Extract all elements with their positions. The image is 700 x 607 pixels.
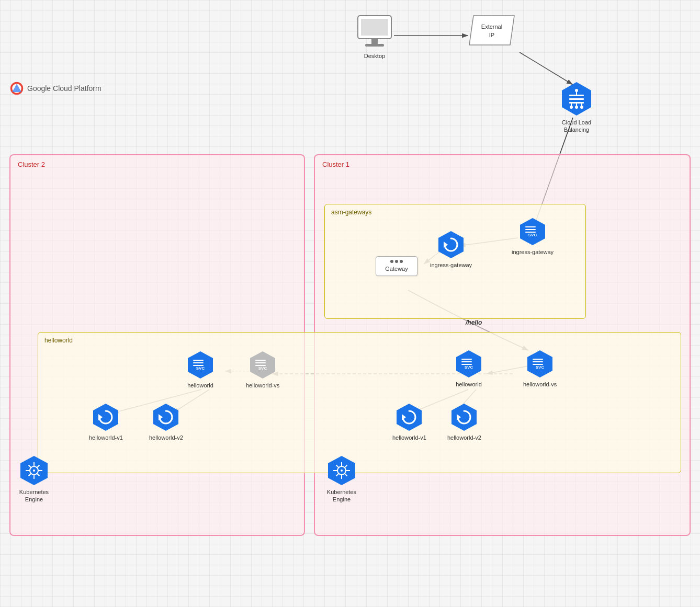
- svg-rect-65: [461, 364, 472, 365]
- desktop-label: Desktop: [364, 52, 385, 60]
- svg-rect-49: [193, 360, 204, 361]
- svg-rect-18: [371, 39, 378, 44]
- svg-rect-17: [361, 19, 388, 36]
- k8s-engine-c2-label: Kubernetes Engine: [16, 488, 52, 503]
- svg-point-72: [33, 469, 35, 472]
- ingress-gw-pod-icon: [436, 230, 466, 259]
- k8s-engine-c1-node: Kubernetes Engine: [323, 455, 360, 503]
- svg-text:SVC: SVC: [528, 233, 537, 237]
- svg-rect-26: [569, 102, 584, 104]
- svg-marker-20: [469, 16, 514, 45]
- svg-rect-64: [461, 361, 472, 362]
- c1-hw-vs-label: helloworld-vs: [523, 381, 557, 388]
- ingress-gw-pod-label: ingress-gateway: [430, 261, 472, 269]
- c1-hw-v1-node: helloworld-v1: [392, 403, 426, 441]
- c1-hw-svc-label: helloworld: [456, 381, 482, 388]
- gcp-logo-text: Google Cloud Platform: [27, 84, 101, 93]
- desktop-icon: [356, 15, 393, 50]
- ns-helloworld-label: helloworld: [44, 337, 73, 344]
- svg-point-34: [580, 106, 583, 109]
- svg-rect-44: [255, 360, 266, 361]
- svg-text:SVC: SVC: [258, 366, 267, 371]
- cloud-lb-node: Cloud Load Balancing: [558, 81, 595, 134]
- svg-rect-24: [569, 95, 584, 96]
- svg-rect-51: [193, 365, 204, 366]
- c1-hw-v1-label: helloworld-v1: [392, 434, 426, 441]
- svg-marker-52: [93, 404, 118, 431]
- cluster1-label: Cluster 1: [322, 161, 349, 168]
- c2-hw-v1-node: helloworld-v1: [89, 403, 123, 441]
- cloud-lb-icon: [559, 81, 594, 117]
- cluster2-label: Cluster 2: [18, 161, 45, 168]
- k8s-engine-c1-icon: [326, 455, 357, 486]
- gateway-dots: [390, 260, 403, 263]
- svg-text:SVC: SVC: [536, 365, 545, 370]
- c2-hw-v2-node: helloworld-v2: [149, 403, 183, 441]
- ingress-gw-svc-icon: SVC: [518, 217, 547, 246]
- c2-helloworld-svc-node: SVC helloworld: [186, 350, 215, 389]
- c1-hw-v2-node: helloworld-v2: [447, 403, 481, 441]
- cloud-lb-label: Cloud Load Balancing: [558, 119, 595, 134]
- c1-hw-vs-icon: SVC: [525, 349, 555, 379]
- desktop-node: Desktop: [356, 15, 393, 60]
- c1-hw-v1-icon: [394, 403, 424, 432]
- ingress-gw-svc-node: SVC ingress-gateway: [512, 217, 554, 256]
- svg-rect-19: [365, 44, 384, 47]
- gateway-box: Gateway: [376, 256, 417, 276]
- svg-text:SVC: SVC: [465, 365, 473, 370]
- svg-point-28: [575, 89, 578, 92]
- svg-rect-46: [255, 365, 266, 366]
- svg-marker-66: [397, 404, 422, 431]
- k8s-engine-c2-node: Kubernetes Engine: [16, 455, 52, 503]
- c2-hw-vs-ghost-label: helloworld-vs: [246, 382, 279, 389]
- svg-marker-40: [438, 231, 464, 258]
- c1-hw-v2-label: helloworld-v2: [447, 434, 481, 441]
- svg-marker-68: [451, 404, 477, 431]
- gcp-logo: Google Cloud Platform: [9, 81, 101, 96]
- hello-route-label: /hello: [466, 319, 482, 326]
- c2-hw-v1-icon: [91, 403, 120, 432]
- canvas: Google Cloud Platform Desktop External I…: [0, 0, 700, 607]
- svg-rect-63: [461, 359, 472, 360]
- svg-point-32: [575, 106, 578, 109]
- svg-rect-50: [193, 362, 204, 363]
- svg-rect-39: [525, 232, 536, 233]
- svg-rect-25: [569, 98, 584, 100]
- external-ip-shape: External IP: [468, 15, 515, 46]
- c1-helloworld-svc-node: SVC helloworld: [454, 349, 483, 388]
- svg-rect-37: [525, 226, 536, 227]
- c2-hw-v2-icon: [151, 403, 180, 432]
- ingress-gw-pod-node: ingress-gateway: [430, 230, 472, 269]
- ns-helloworld-box: helloworld: [38, 332, 681, 473]
- c1-helloworld-vs-node: SVC helloworld-vs: [523, 349, 557, 388]
- ingress-gw-svc-label: ingress-gateway: [512, 248, 554, 256]
- dot3: [400, 260, 403, 263]
- svg-rect-38: [525, 229, 536, 230]
- gateway-label: Gateway: [385, 265, 408, 272]
- svg-text:IP: IP: [489, 32, 494, 38]
- svg-rect-45: [255, 362, 266, 363]
- c2-hw-svc-label: helloworld: [187, 382, 213, 389]
- c1-hw-svc-icon: SVC: [454, 349, 483, 379]
- svg-text:SVC: SVC: [196, 366, 205, 371]
- gcp-logo-icon: [9, 81, 24, 96]
- c2-hw-vs-ghost-icon: SVC: [248, 350, 277, 380]
- dot2: [395, 260, 398, 263]
- dot1: [390, 260, 393, 263]
- svg-point-30: [570, 106, 573, 109]
- k8s-engine-c2-icon: [18, 455, 50, 486]
- svg-line-3: [520, 52, 573, 85]
- svg-rect-60: [533, 364, 543, 365]
- c2-hw-svc-icon: SVC: [186, 350, 215, 380]
- ns-asm-label: asm-gateways: [331, 209, 371, 216]
- svg-text:External: External: [481, 24, 502, 30]
- svg-rect-59: [533, 361, 543, 362]
- svg-rect-58: [533, 359, 543, 360]
- c2-hw-v2-label: helloworld-v2: [149, 434, 183, 441]
- k8s-engine-c1-label: Kubernetes Engine: [323, 488, 360, 503]
- c1-hw-v2-icon: [449, 403, 479, 432]
- svg-marker-54: [153, 404, 178, 431]
- svg-point-83: [341, 469, 343, 472]
- c2-helloworld-vs-ghost: SVC helloworld-vs: [246, 350, 279, 389]
- external-ip-node: External IP: [468, 15, 515, 46]
